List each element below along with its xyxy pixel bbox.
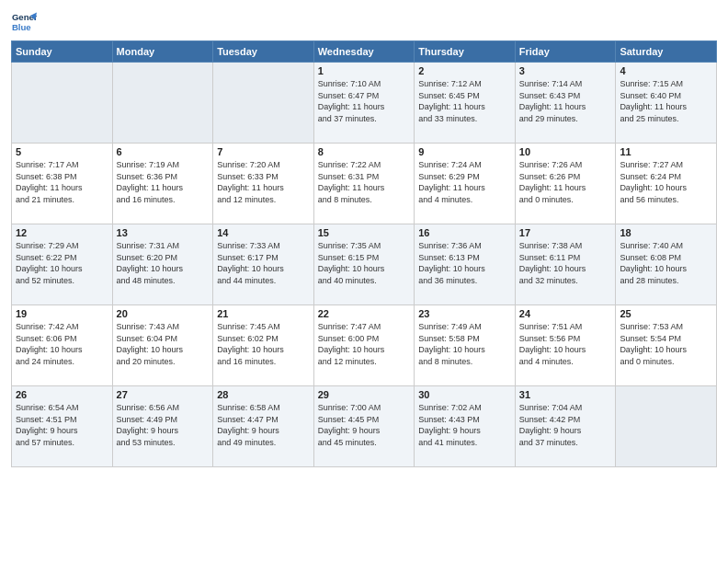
- day-cell: 17Sunrise: 7:38 AM Sunset: 6:11 PM Dayli…: [515, 224, 616, 305]
- weekday-monday: Monday: [112, 41, 213, 63]
- day-number: 12: [16, 227, 108, 238]
- day-number: 28: [217, 389, 310, 400]
- day-number: 8: [318, 146, 411, 157]
- day-cell: 10Sunrise: 7:26 AM Sunset: 6:26 PM Dayli…: [515, 144, 616, 224]
- day-cell: 28Sunrise: 6:58 AM Sunset: 4:47 PM Dayli…: [213, 386, 314, 467]
- day-cell: 14Sunrise: 7:33 AM Sunset: 6:17 PM Dayli…: [213, 224, 314, 305]
- day-number: 4: [620, 65, 712, 76]
- week-row-2: 5Sunrise: 7:17 AM Sunset: 6:38 PM Daylig…: [12, 144, 717, 224]
- header: General Blue: [11, 9, 717, 35]
- week-row-5: 26Sunrise: 6:54 AM Sunset: 4:51 PM Dayli…: [12, 386, 717, 467]
- weekday-header-row: SundayMondayTuesdayWednesdayThursdayFrid…: [12, 41, 717, 63]
- day-info: Sunrise: 7:31 AM Sunset: 6:20 PM Dayligh…: [117, 240, 210, 286]
- page: General Blue SundayMondayTuesdayWednesda…: [0, 0, 728, 563]
- day-info: Sunrise: 7:40 AM Sunset: 6:08 PM Dayligh…: [620, 240, 712, 286]
- day-info: Sunrise: 7:26 AM Sunset: 6:26 PM Dayligh…: [519, 159, 612, 205]
- day-info: Sunrise: 7:29 AM Sunset: 6:22 PM Dayligh…: [16, 240, 108, 286]
- day-number: 13: [117, 227, 210, 238]
- day-cell: 2Sunrise: 7:12 AM Sunset: 6:45 PM Daylig…: [415, 63, 516, 144]
- day-info: Sunrise: 7:43 AM Sunset: 6:04 PM Dayligh…: [117, 321, 210, 367]
- day-number: 15: [318, 227, 411, 238]
- day-number: 2: [418, 65, 511, 76]
- day-info: Sunrise: 7:27 AM Sunset: 6:24 PM Dayligh…: [620, 159, 712, 205]
- day-number: 19: [16, 308, 108, 319]
- day-cell: 27Sunrise: 6:56 AM Sunset: 4:49 PM Dayli…: [112, 386, 213, 467]
- day-cell: 19Sunrise: 7:42 AM Sunset: 6:06 PM Dayli…: [12, 305, 113, 386]
- day-cell: 13Sunrise: 7:31 AM Sunset: 6:20 PM Dayli…: [112, 224, 213, 305]
- day-info: Sunrise: 7:12 AM Sunset: 6:45 PM Dayligh…: [418, 78, 511, 124]
- day-info: Sunrise: 7:35 AM Sunset: 6:15 PM Dayligh…: [318, 240, 411, 286]
- day-number: 9: [418, 146, 511, 157]
- day-cell: 25Sunrise: 7:53 AM Sunset: 5:54 PM Dayli…: [616, 305, 717, 386]
- day-number: 6: [117, 146, 210, 157]
- day-info: Sunrise: 7:42 AM Sunset: 6:06 PM Dayligh…: [16, 321, 108, 367]
- day-info: Sunrise: 6:54 AM Sunset: 4:51 PM Dayligh…: [16, 402, 108, 448]
- logo-icon: General Blue: [11, 9, 37, 35]
- day-number: 7: [217, 146, 310, 157]
- day-cell: 5Sunrise: 7:17 AM Sunset: 6:38 PM Daylig…: [12, 144, 113, 224]
- weekday-friday: Friday: [515, 41, 616, 63]
- day-info: Sunrise: 7:51 AM Sunset: 5:56 PM Dayligh…: [519, 321, 612, 367]
- day-number: 1: [318, 65, 411, 76]
- day-cell: [12, 63, 113, 144]
- day-cell: 9Sunrise: 7:24 AM Sunset: 6:29 PM Daylig…: [415, 144, 516, 224]
- day-cell: 6Sunrise: 7:19 AM Sunset: 6:36 PM Daylig…: [112, 144, 213, 224]
- weekday-sunday: Sunday: [12, 41, 113, 63]
- day-info: Sunrise: 7:45 AM Sunset: 6:02 PM Dayligh…: [217, 321, 310, 367]
- day-number: 14: [217, 227, 310, 238]
- day-cell: 20Sunrise: 7:43 AM Sunset: 6:04 PM Dayli…: [112, 305, 213, 386]
- day-info: Sunrise: 7:15 AM Sunset: 6:40 PM Dayligh…: [620, 78, 712, 124]
- day-info: Sunrise: 7:49 AM Sunset: 5:58 PM Dayligh…: [418, 321, 511, 367]
- day-info: Sunrise: 7:47 AM Sunset: 6:00 PM Dayligh…: [318, 321, 411, 367]
- week-row-4: 19Sunrise: 7:42 AM Sunset: 6:06 PM Dayli…: [12, 305, 717, 386]
- day-cell: 29Sunrise: 7:00 AM Sunset: 4:45 PM Dayli…: [313, 386, 415, 467]
- day-info: Sunrise: 7:04 AM Sunset: 4:42 PM Dayligh…: [519, 402, 612, 448]
- calendar-header: SundayMondayTuesdayWednesdayThursdayFrid…: [12, 41, 717, 63]
- week-row-1: 1Sunrise: 7:10 AM Sunset: 6:47 PM Daylig…: [12, 63, 717, 144]
- svg-text:Blue: Blue: [12, 22, 31, 32]
- day-info: Sunrise: 6:56 AM Sunset: 4:49 PM Dayligh…: [117, 402, 210, 448]
- calendar: SundayMondayTuesdayWednesdayThursdayFrid…: [11, 40, 717, 467]
- day-cell: 26Sunrise: 6:54 AM Sunset: 4:51 PM Dayli…: [12, 386, 113, 467]
- day-cell: 4Sunrise: 7:15 AM Sunset: 6:40 PM Daylig…: [616, 63, 717, 144]
- day-info: Sunrise: 7:38 AM Sunset: 6:11 PM Dayligh…: [519, 240, 612, 286]
- day-info: Sunrise: 7:33 AM Sunset: 6:17 PM Dayligh…: [217, 240, 310, 286]
- day-info: Sunrise: 7:24 AM Sunset: 6:29 PM Dayligh…: [418, 159, 511, 205]
- day-info: Sunrise: 7:36 AM Sunset: 6:13 PM Dayligh…: [418, 240, 511, 286]
- day-number: 23: [418, 308, 511, 319]
- day-number: 18: [620, 227, 712, 238]
- day-number: 22: [318, 308, 411, 319]
- day-info: Sunrise: 7:17 AM Sunset: 6:38 PM Dayligh…: [16, 159, 108, 205]
- day-info: Sunrise: 7:02 AM Sunset: 4:43 PM Dayligh…: [418, 402, 511, 448]
- day-number: 17: [519, 227, 612, 238]
- day-info: Sunrise: 7:53 AM Sunset: 5:54 PM Dayligh…: [620, 321, 712, 367]
- day-number: 5: [16, 146, 108, 157]
- weekday-wednesday: Wednesday: [313, 41, 415, 63]
- day-cell: 3Sunrise: 7:14 AM Sunset: 6:43 PM Daylig…: [515, 63, 616, 144]
- day-info: Sunrise: 7:20 AM Sunset: 6:33 PM Dayligh…: [217, 159, 310, 205]
- day-number: 24: [519, 308, 612, 319]
- weekday-thursday: Thursday: [415, 41, 516, 63]
- day-number: 26: [16, 389, 108, 400]
- day-info: Sunrise: 7:00 AM Sunset: 4:45 PM Dayligh…: [318, 402, 411, 448]
- day-info: Sunrise: 7:22 AM Sunset: 6:31 PM Dayligh…: [318, 159, 411, 205]
- day-number: 11: [620, 146, 712, 157]
- day-info: Sunrise: 7:14 AM Sunset: 6:43 PM Dayligh…: [519, 78, 612, 124]
- day-cell: 11Sunrise: 7:27 AM Sunset: 6:24 PM Dayli…: [616, 144, 717, 224]
- day-cell: 30Sunrise: 7:02 AM Sunset: 4:43 PM Dayli…: [415, 386, 516, 467]
- day-info: Sunrise: 7:19 AM Sunset: 6:36 PM Dayligh…: [117, 159, 210, 205]
- day-cell: 16Sunrise: 7:36 AM Sunset: 6:13 PM Dayli…: [415, 224, 516, 305]
- day-cell: 31Sunrise: 7:04 AM Sunset: 4:42 PM Dayli…: [515, 386, 616, 467]
- day-number: 3: [519, 65, 612, 76]
- day-cell: [112, 63, 213, 144]
- day-number: 31: [519, 389, 612, 400]
- day-cell: [213, 63, 314, 144]
- day-cell: 21Sunrise: 7:45 AM Sunset: 6:02 PM Dayli…: [213, 305, 314, 386]
- day-cell: 1Sunrise: 7:10 AM Sunset: 6:47 PM Daylig…: [313, 63, 415, 144]
- day-number: 16: [418, 227, 511, 238]
- day-number: 25: [620, 308, 712, 319]
- day-info: Sunrise: 6:58 AM Sunset: 4:47 PM Dayligh…: [217, 402, 310, 448]
- day-cell: 7Sunrise: 7:20 AM Sunset: 6:33 PM Daylig…: [213, 144, 314, 224]
- calendar-body: 1Sunrise: 7:10 AM Sunset: 6:47 PM Daylig…: [12, 63, 717, 467]
- day-cell: 23Sunrise: 7:49 AM Sunset: 5:58 PM Dayli…: [415, 305, 516, 386]
